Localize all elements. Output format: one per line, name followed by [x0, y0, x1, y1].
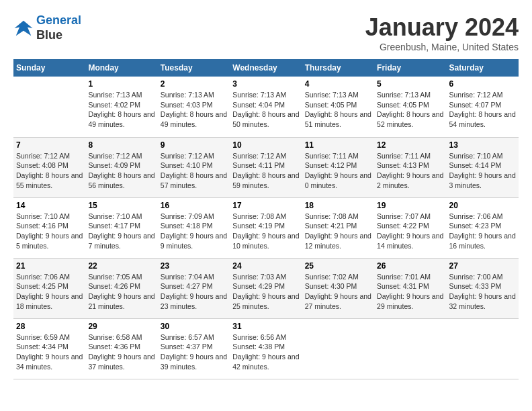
day-info: Sunrise: 6:59 AM Sunset: 4:34 PM Dayligh… [16, 332, 83, 372]
svg-marker-0 [15, 20, 33, 36]
day-info: Sunrise: 7:11 AM Sunset: 4:13 PM Dayligh… [377, 151, 443, 191]
day-number: 7 [16, 140, 83, 150]
title-block: January 2024 Greenbush, Maine, United St… [365, 13, 519, 52]
calendar-cell: 1Sunrise: 7:13 AM Sunset: 4:02 PM Daylig… [85, 77, 157, 137]
calendar-cell: 3Sunrise: 7:13 AM Sunset: 4:04 PM Daylig… [230, 77, 302, 137]
weekday-header-tuesday: Tuesday [158, 59, 230, 77]
weekday-header-wednesday: Wednesday [230, 59, 302, 77]
calendar-cell: 22Sunrise: 7:05 AM Sunset: 4:26 PM Dayli… [85, 258, 157, 318]
week-row-4: 21Sunrise: 7:06 AM Sunset: 4:25 PM Dayli… [13, 258, 519, 318]
calendar-cell [374, 318, 446, 379]
day-info: Sunrise: 7:08 AM Sunset: 4:21 PM Dayligh… [305, 212, 371, 251]
day-number: 5 [377, 79, 443, 89]
day-number: 14 [16, 201, 83, 210]
weekday-header-row: SundayMondayTuesdayWednesdayThursdayFrid… [13, 59, 519, 77]
weekday-header-saturday: Saturday [447, 59, 519, 77]
day-info: Sunrise: 7:12 AM Sunset: 4:08 PM Dayligh… [16, 151, 83, 191]
calendar-cell [302, 318, 374, 379]
day-info: Sunrise: 7:10 AM Sunset: 4:17 PM Dayligh… [88, 212, 154, 251]
day-number: 25 [305, 261, 371, 271]
day-info: Sunrise: 7:08 AM Sunset: 4:19 PM Dayligh… [232, 212, 299, 251]
calendar-cell: 9Sunrise: 7:12 AM Sunset: 4:10 PM Daylig… [158, 137, 230, 197]
calendar-cell: 2Sunrise: 7:13 AM Sunset: 4:03 PM Daylig… [158, 77, 230, 137]
day-number: 8 [88, 140, 154, 150]
day-info: Sunrise: 7:06 AM Sunset: 4:25 PM Dayligh… [16, 272, 83, 312]
page-header: General Blue January 2024 Greenbush, Mai… [13, 13, 519, 52]
logo-line2: Blue [36, 28, 81, 43]
day-info: Sunrise: 7:12 AM Sunset: 4:10 PM Dayligh… [161, 151, 227, 191]
day-info: Sunrise: 7:12 AM Sunset: 4:07 PM Dayligh… [449, 90, 516, 130]
day-info: Sunrise: 6:56 AM Sunset: 4:38 PM Dayligh… [232, 332, 299, 372]
day-number: 11 [305, 140, 371, 150]
day-number: 20 [449, 201, 516, 210]
calendar-cell: 18Sunrise: 7:08 AM Sunset: 4:21 PM Dayli… [302, 197, 374, 258]
day-info: Sunrise: 6:58 AM Sunset: 4:36 PM Dayligh… [88, 332, 154, 372]
calendar-cell: 17Sunrise: 7:08 AM Sunset: 4:19 PM Dayli… [230, 197, 302, 258]
calendar-cell: 10Sunrise: 7:12 AM Sunset: 4:11 PM Dayli… [230, 137, 302, 197]
day-number: 10 [232, 140, 299, 150]
day-info: Sunrise: 7:01 AM Sunset: 4:31 PM Dayligh… [377, 272, 443, 312]
logo-text: General Blue [36, 13, 81, 42]
day-number: 12 [377, 140, 443, 150]
day-number: 16 [161, 201, 227, 210]
calendar-cell: 13Sunrise: 7:10 AM Sunset: 4:14 PM Dayli… [447, 137, 519, 197]
day-number: 24 [232, 261, 299, 271]
calendar-cell: 25Sunrise: 7:02 AM Sunset: 4:30 PM Dayli… [302, 258, 374, 318]
day-number: 30 [161, 322, 227, 331]
day-number: 31 [232, 322, 299, 331]
day-number: 17 [232, 201, 299, 210]
calendar-cell: 6Sunrise: 7:12 AM Sunset: 4:07 PM Daylig… [447, 77, 519, 137]
weekday-header-monday: Monday [85, 59, 157, 77]
day-info: Sunrise: 7:13 AM Sunset: 4:05 PM Dayligh… [377, 90, 443, 130]
calendar-cell [13, 77, 85, 137]
calendar-cell: 5Sunrise: 7:13 AM Sunset: 4:05 PM Daylig… [374, 77, 446, 137]
calendar-cell: 11Sunrise: 7:11 AM Sunset: 4:12 PM Dayli… [302, 137, 374, 197]
day-info: Sunrise: 6:57 AM Sunset: 4:37 PM Dayligh… [161, 332, 227, 372]
day-info: Sunrise: 7:00 AM Sunset: 4:33 PM Dayligh… [449, 272, 516, 312]
day-number: 3 [232, 79, 299, 89]
calendar-cell: 4Sunrise: 7:13 AM Sunset: 4:05 PM Daylig… [302, 77, 374, 137]
calendar-cell: 31Sunrise: 6:56 AM Sunset: 4:38 PM Dayli… [230, 318, 302, 379]
calendar-cell: 16Sunrise: 7:09 AM Sunset: 4:18 PM Dayli… [158, 197, 230, 258]
day-info: Sunrise: 7:06 AM Sunset: 4:23 PM Dayligh… [449, 212, 516, 251]
calendar-cell: 24Sunrise: 7:03 AM Sunset: 4:29 PM Dayli… [230, 258, 302, 318]
calendar-cell: 28Sunrise: 6:59 AM Sunset: 4:34 PM Dayli… [13, 318, 85, 379]
calendar-cell: 26Sunrise: 7:01 AM Sunset: 4:31 PM Dayli… [374, 258, 446, 318]
day-number: 6 [449, 79, 516, 89]
weekday-header-friday: Friday [374, 59, 446, 77]
day-number: 2 [161, 79, 227, 89]
calendar-cell: 27Sunrise: 7:00 AM Sunset: 4:33 PM Dayli… [447, 258, 519, 318]
day-number: 22 [88, 261, 154, 271]
day-number: 28 [16, 322, 83, 331]
week-row-5: 28Sunrise: 6:59 AM Sunset: 4:34 PM Dayli… [13, 318, 519, 379]
calendar-cell: 20Sunrise: 7:06 AM Sunset: 4:23 PM Dayli… [447, 197, 519, 258]
calendar-cell: 15Sunrise: 7:10 AM Sunset: 4:17 PM Dayli… [85, 197, 157, 258]
day-number: 26 [377, 261, 443, 271]
location: Greenbush, Maine, United States [365, 42, 519, 52]
calendar-cell: 30Sunrise: 6:57 AM Sunset: 4:37 PM Dayli… [158, 318, 230, 379]
week-row-3: 14Sunrise: 7:10 AM Sunset: 4:16 PM Dayli… [13, 197, 519, 258]
day-info: Sunrise: 7:11 AM Sunset: 4:12 PM Dayligh… [305, 151, 371, 191]
logo-icon [13, 18, 34, 38]
day-number: 9 [161, 140, 227, 150]
day-number: 27 [449, 261, 516, 271]
day-info: Sunrise: 7:13 AM Sunset: 4:05 PM Dayligh… [305, 90, 371, 130]
weekday-header-thursday: Thursday [302, 59, 374, 77]
week-row-2: 7Sunrise: 7:12 AM Sunset: 4:08 PM Daylig… [13, 137, 519, 197]
calendar-cell: 19Sunrise: 7:07 AM Sunset: 4:22 PM Dayli… [374, 197, 446, 258]
day-info: Sunrise: 7:13 AM Sunset: 4:03 PM Dayligh… [161, 90, 227, 130]
logo-line1: General [36, 13, 81, 27]
day-info: Sunrise: 7:09 AM Sunset: 4:18 PM Dayligh… [161, 212, 227, 251]
day-number: 4 [305, 79, 371, 89]
logo: General Blue [13, 13, 81, 42]
day-info: Sunrise: 7:13 AM Sunset: 4:04 PM Dayligh… [232, 90, 299, 130]
day-info: Sunrise: 7:02 AM Sunset: 4:30 PM Dayligh… [305, 272, 371, 312]
day-number: 13 [449, 140, 516, 150]
day-number: 19 [377, 201, 443, 210]
day-number: 1 [88, 79, 154, 89]
calendar-cell: 23Sunrise: 7:04 AM Sunset: 4:27 PM Dayli… [158, 258, 230, 318]
calendar-cell [447, 318, 519, 379]
day-info: Sunrise: 7:12 AM Sunset: 4:11 PM Dayligh… [232, 151, 299, 191]
day-info: Sunrise: 7:04 AM Sunset: 4:27 PM Dayligh… [161, 272, 227, 312]
day-number: 15 [88, 201, 154, 210]
